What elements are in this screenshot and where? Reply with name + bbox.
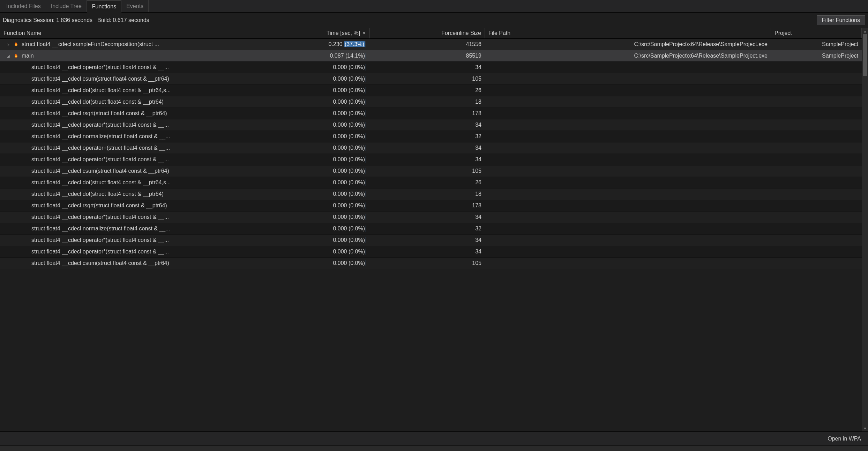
cell-function-name: struct float4 __cdecl csum(struct float4…	[0, 76, 286, 82]
function-name-text: struct float4 __cdecl dot(struct float4 …	[31, 99, 164, 105]
table-row[interactable]: struct float4 __cdecl csum(struct float4…	[0, 73, 862, 85]
cell-time: 0.000 (0.0%)	[286, 249, 370, 255]
header-forceinline-size[interactable]: Forceinline Size	[370, 28, 485, 38]
expand-icon[interactable]: ▷	[6, 43, 10, 46]
table-row[interactable]: struct float4 __cdecl dot(struct float4 …	[0, 96, 862, 108]
function-name-text: struct float4 __cdecl normalize(struct f…	[31, 133, 170, 140]
cell-function-name: struct float4 __cdecl operator*(struct f…	[0, 64, 286, 71]
cell-size: 105	[370, 168, 485, 174]
cell-function-name: struct float4 __cdecl dot(struct float4 …	[0, 191, 286, 197]
function-name-text: struct float4 __cdecl operator*(struct f…	[31, 237, 169, 243]
cell-path: C:\src\SampleProject\x64\Release\SampleP…	[485, 53, 771, 59]
scroll-thumb[interactable]	[863, 34, 867, 76]
table-row[interactable]: struct float4 __cdecl operator+(struct f…	[0, 142, 862, 154]
cell-function-name: struct float4 __cdecl dot(struct float4 …	[0, 87, 286, 94]
cell-time: 0.000 (0.0%)	[286, 226, 370, 232]
cell-time: 0.000 (0.0%)	[286, 122, 370, 128]
table-row[interactable]: struct float4 __cdecl operator*(struct f…	[0, 62, 862, 73]
vertical-scrollbar[interactable]: ▲ ▼	[862, 28, 868, 431]
function-name-text: struct float4 __cdecl dot(struct float4 …	[31, 191, 164, 197]
cell-time: 0.000 (0.0%)	[286, 99, 370, 105]
function-name-text: struct float4 __cdecl normalize(struct f…	[31, 226, 170, 232]
cell-time: 0.000 (0.0%)	[286, 110, 370, 117]
table-row[interactable]: struct float4 __cdecl dot(struct float4 …	[0, 85, 862, 96]
header-file-path[interactable]: File Path	[485, 28, 771, 38]
table-row[interactable]: ◢main0.087 (14.1%)85519C:\src\SampleProj…	[0, 50, 862, 62]
cell-function-name: struct float4 __cdecl normalize(struct f…	[0, 133, 286, 140]
cell-time: 0.000 (0.0%)	[286, 87, 370, 94]
cell-time: 0.000 (0.0%)	[286, 133, 370, 140]
table-row[interactable]: struct float4 __cdecl rsqrt(struct float…	[0, 108, 862, 119]
table-row[interactable]: struct float4 __cdecl operator*(struct f…	[0, 246, 862, 258]
cell-size: 34	[370, 145, 485, 151]
grid-header-row: Function Name Time [sec, %] ▼ Forceinlin…	[0, 28, 862, 39]
scroll-up-icon[interactable]: ▲	[862, 28, 868, 34]
table-row[interactable]: struct float4 __cdecl rsqrt(struct float…	[0, 200, 862, 212]
cell-size: 85519	[370, 53, 485, 59]
header-time[interactable]: Time [sec, %] ▼	[286, 28, 370, 38]
function-name-text: struct float4 __cdecl dot(struct float4 …	[31, 87, 171, 94]
session-label: Diagnostics Session: 1.836 seconds	[3, 17, 92, 23]
table-row[interactable]: struct float4 __cdecl normalize(struct f…	[0, 223, 862, 235]
filter-functions-button[interactable]: Filter Functions	[817, 15, 865, 25]
table-row[interactable]: struct float4 __cdecl csum(struct float4…	[0, 258, 862, 269]
tab-events[interactable]: Events	[121, 0, 149, 12]
function-name-text: struct float4 __cdecl dot(struct float4 …	[31, 179, 171, 186]
function-name-text: main	[22, 53, 34, 59]
collapse-icon[interactable]: ◢	[6, 54, 10, 58]
table-row[interactable]: struct float4 __cdecl normalize(struct f…	[0, 131, 862, 142]
open-in-wpa-link[interactable]: Open in WPA	[828, 436, 861, 442]
cell-size: 34	[370, 122, 485, 128]
function-name-text: struct float4 __cdecl rsqrt(struct float…	[31, 202, 167, 209]
cell-function-name: struct float4 __cdecl operator+(struct f…	[0, 145, 286, 151]
cell-time: 0.000 (0.0%)	[286, 145, 370, 151]
table-row[interactable]: struct float4 __cdecl dot(struct float4 …	[0, 177, 862, 188]
cell-function-name: struct float4 __cdecl operator*(struct f…	[0, 249, 286, 255]
cell-function-name: struct float4 __cdecl rsqrt(struct float…	[0, 110, 286, 117]
table-row[interactable]: struct float4 __cdecl operator*(struct f…	[0, 235, 862, 246]
cell-size: 34	[370, 237, 485, 243]
function-name-text: struct float4 __cdecl operator*(struct f…	[31, 64, 169, 71]
scroll-down-icon[interactable]: ▼	[862, 425, 868, 431]
cell-function-name: struct float4 __cdecl csum(struct float4…	[0, 260, 286, 266]
cell-size: 18	[370, 99, 485, 105]
cell-function-name: struct float4 __cdecl csum(struct float4…	[0, 168, 286, 174]
cell-function-name: struct float4 __cdecl rsqrt(struct float…	[0, 202, 286, 209]
tab-include-tree[interactable]: Include Tree	[46, 0, 87, 12]
table-row[interactable]: struct float4 __cdecl operator*(struct f…	[0, 212, 862, 223]
cell-size: 105	[370, 76, 485, 82]
function-name-text: struct float4 __cdecl csum(struct float4…	[31, 168, 169, 174]
footer-bar: Open in WPA	[0, 431, 868, 445]
table-row[interactable]: struct float4 __cdecl csum(struct float4…	[0, 165, 862, 177]
header-function-name[interactable]: Function Name	[0, 28, 286, 38]
cell-time: 0.000 (0.0%)	[286, 64, 370, 71]
header-time-label: Time [sec, %]	[327, 30, 360, 36]
cell-function-name: ◢main	[0, 53, 286, 59]
cell-time: 0.000 (0.0%)	[286, 214, 370, 220]
cell-time: 0.000 (0.0%)	[286, 191, 370, 197]
table-row[interactable]: struct float4 __cdecl operator*(struct f…	[0, 154, 862, 165]
cell-size: 32	[370, 133, 485, 140]
function-name-text: struct float4 __cdecl operator+(struct f…	[31, 145, 170, 151]
cell-size: 34	[370, 64, 485, 71]
header-project[interactable]: Project	[771, 28, 862, 38]
tab-included-files[interactable]: Included Files	[1, 0, 46, 12]
cell-function-name: struct float4 __cdecl normalize(struct f…	[0, 226, 286, 232]
tab-functions[interactable]: Functions	[87, 0, 121, 13]
function-name-text: struct float4 __cdecl operator*(struct f…	[31, 156, 169, 163]
sort-descending-icon: ▼	[362, 31, 366, 35]
cell-time: 0.000 (0.0%)	[286, 179, 370, 186]
table-row[interactable]: struct float4 __cdecl operator*(struct f…	[0, 119, 862, 131]
cell-size: 34	[370, 249, 485, 255]
function-name-text: struct float4 __cdecl rsqrt(struct float…	[31, 110, 167, 117]
cell-time: 0.000 (0.0%)	[286, 156, 370, 163]
cell-project: SampleProject	[771, 53, 862, 59]
table-row[interactable]: ▷struct float4 __cdecl sampleFunDecompos…	[0, 39, 862, 50]
bottom-strip	[0, 445, 868, 451]
cell-time: 0.087 (14.1%)	[286, 53, 370, 59]
functions-grid: Function Name Time [sec, %] ▼ Forceinlin…	[0, 28, 862, 431]
cell-size: 26	[370, 179, 485, 186]
cell-size: 34	[370, 214, 485, 220]
table-row[interactable]: struct float4 __cdecl dot(struct float4 …	[0, 188, 862, 200]
cell-function-name: struct float4 __cdecl operator*(struct f…	[0, 156, 286, 163]
